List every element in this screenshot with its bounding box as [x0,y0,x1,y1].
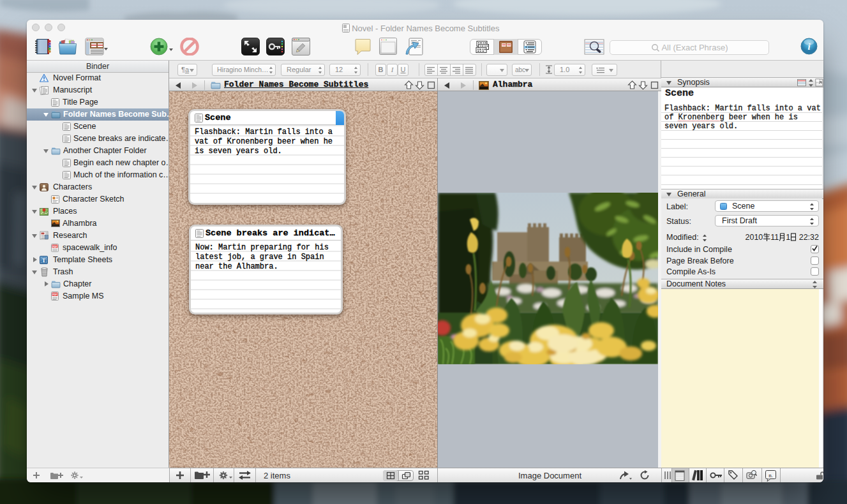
svg-text:n.: n. [768,472,773,478]
svg-text:T: T [42,256,46,263]
svg-text:PDF: PDF [53,246,57,248]
svg-text:PDF: PDF [53,293,57,296]
